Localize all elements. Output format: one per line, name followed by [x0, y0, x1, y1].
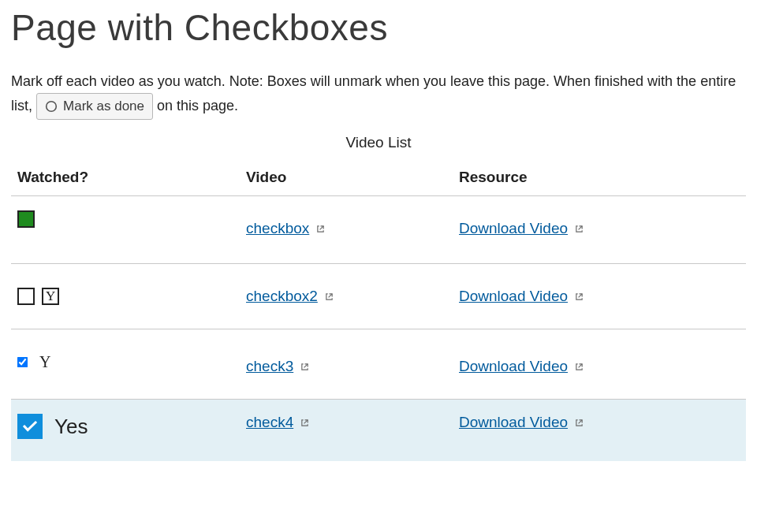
mark-as-done-button[interactable]: Mark as done	[36, 93, 153, 120]
download-link[interactable]: Download Video	[459, 288, 568, 304]
video-link[interactable]: check3	[246, 358, 293, 374]
watched-checkbox[interactable]	[17, 288, 35, 305]
video-list-table: Watched? Video Resource checkbox Downloa…	[11, 161, 746, 461]
external-link-icon	[575, 221, 584, 237]
table-row: Y checkbox2 Download Video	[11, 264, 746, 329]
external-link-icon	[575, 359, 584, 375]
download-link[interactable]: Download Video	[459, 414, 568, 430]
watched-label: Y	[39, 353, 50, 370]
download-link[interactable]: Download Video	[459, 358, 568, 374]
table-row: Y check3 Download Video	[11, 329, 746, 400]
watched-label-box: Y	[42, 288, 59, 305]
circle-icon	[45, 100, 58, 113]
page-title: Page with Checkboxes	[11, 6, 746, 49]
col-header-video: Video	[240, 161, 453, 196]
external-link-icon	[325, 288, 334, 305]
col-header-watched: Watched?	[11, 161, 240, 196]
watched-checkbox[interactable]	[17, 414, 43, 439]
svg-point-0	[47, 102, 57, 112]
intro-text-after: on this page.	[157, 98, 238, 113]
external-link-icon	[575, 415, 584, 431]
table-row: Yes check4 Download Video	[11, 400, 746, 462]
table-caption: Video List	[11, 134, 746, 151]
video-link[interactable]: checkbox	[246, 220, 309, 236]
external-link-icon	[300, 359, 309, 375]
external-link-icon	[575, 288, 584, 305]
external-link-icon	[316, 221, 325, 237]
table-row: checkbox Download Video	[11, 196, 746, 264]
watched-checkbox[interactable]	[17, 210, 35, 228]
watched-checkbox[interactable]	[17, 357, 28, 368]
external-link-icon	[300, 415, 309, 431]
video-link[interactable]: check4	[246, 414, 293, 430]
mark-as-done-label: Mark as done	[63, 96, 144, 117]
col-header-resource: Resource	[453, 161, 746, 196]
intro-paragraph: Mark off each video as you watch. Note: …	[11, 71, 746, 120]
download-link[interactable]: Download Video	[459, 220, 568, 236]
video-link[interactable]: checkbox2	[246, 288, 318, 304]
watched-label: Yes	[54, 415, 88, 438]
